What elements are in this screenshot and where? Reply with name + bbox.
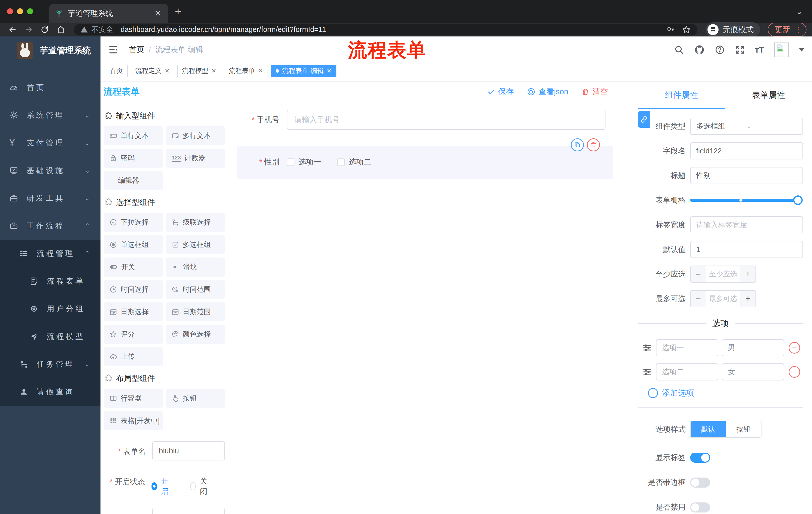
component-counter[interactable]: 123 计数器 xyxy=(166,148,225,168)
field-name-input[interactable] xyxy=(696,147,797,155)
tag-process-form-edit[interactable]: 流程表单-编辑✕ xyxy=(271,65,337,77)
component-checkbox-group[interactable]: 多选框组 xyxy=(166,235,225,254)
min-select-stepper[interactable]: − 至少应选 + xyxy=(690,266,756,283)
not-secure-label[interactable]: 不安全 xyxy=(91,25,113,35)
help-icon[interactable] xyxy=(715,45,725,55)
browser-tab[interactable]: 芋道管理系统 ✕ xyxy=(49,4,168,23)
component-single-text[interactable]: 单行文本 xyxy=(104,126,163,145)
option2-value-input[interactable] xyxy=(722,363,784,380)
style-button-button[interactable]: 按钮 xyxy=(726,421,761,437)
component-color[interactable]: 颜色选择 xyxy=(166,325,225,344)
component-switch[interactable]: 开关 xyxy=(104,258,163,277)
bookmark-star-icon[interactable] xyxy=(682,25,691,34)
save-button[interactable]: 保存 xyxy=(487,86,514,97)
component-select[interactable]: 下拉选择 xyxy=(104,213,163,232)
label-width-inputwrap[interactable] xyxy=(690,216,803,233)
minus-button[interactable]: − xyxy=(691,266,706,282)
tab-form-props[interactable]: 表单属性 xyxy=(725,81,812,109)
status-on-label[interactable]: 开启 xyxy=(161,476,171,497)
plus-button[interactable]: + xyxy=(740,266,755,282)
slider-handle[interactable] xyxy=(793,195,803,205)
font-size-icon[interactable]: тT xyxy=(755,45,764,55)
forward-icon[interactable] xyxy=(22,25,36,34)
reload-icon[interactable] xyxy=(38,25,52,34)
default-value-inputwrap[interactable] xyxy=(690,241,803,258)
disabled-toggle[interactable] xyxy=(690,503,710,513)
gender-option-2[interactable]: 选项二 xyxy=(337,157,371,167)
tag-process-form[interactable]: 流程表单✕ xyxy=(224,65,268,77)
field-name-inputwrap[interactable] xyxy=(690,142,803,159)
max-select-stepper[interactable]: − 最多可选 + xyxy=(690,290,756,307)
component-radio-group[interactable]: 单选框组 xyxy=(104,235,163,254)
status-off-label[interactable]: 关闭 xyxy=(200,476,210,497)
component-date-range[interactable]: 日期范围 xyxy=(166,302,225,321)
component-button[interactable]: 按钮 xyxy=(166,389,225,408)
component-editor[interactable]: 编辑器 xyxy=(104,171,163,190)
sidebar-item-workflow[interactable]: 工作流程 ⌃ xyxy=(0,212,100,240)
sidebar-item-home[interactable]: 首页 xyxy=(0,74,100,101)
min-select-placeholder[interactable]: 至少应选 xyxy=(706,266,740,282)
max-select-placeholder[interactable]: 最多可选 xyxy=(706,291,740,307)
label-width-input[interactable] xyxy=(696,221,797,229)
component-multi-text[interactable]: 多行文本 xyxy=(166,126,225,145)
canvas-field-gender-selected[interactable]: 性别 选项一 选项二 xyxy=(237,146,613,179)
remark-textarea[interactable]: 嘿嘿 xyxy=(152,508,225,514)
component-time[interactable]: 时间选择 xyxy=(104,280,163,299)
gender-option-1[interactable]: 选项一 xyxy=(287,157,321,167)
tab-search-chevron-icon[interactable]: ⌄ xyxy=(796,6,803,16)
component-rate[interactable]: 评分 xyxy=(104,325,163,344)
tag-close-icon[interactable]: ✕ xyxy=(211,67,216,75)
sidebar-item-task-mgmt[interactable]: 任务管理 ⌄ xyxy=(0,350,100,378)
tag-close-icon[interactable]: ✕ xyxy=(327,67,331,75)
option2-label-input[interactable] xyxy=(656,363,718,380)
title-input[interactable] xyxy=(696,171,797,180)
component-table[interactable]: 表格[开发中] xyxy=(104,411,163,430)
minus-button[interactable]: − xyxy=(691,291,706,307)
checkbox-unchecked[interactable] xyxy=(337,158,345,166)
sidebar-item-system[interactable]: 系统管理 ⌄ xyxy=(0,101,100,129)
new-tab-button[interactable]: + xyxy=(175,5,181,18)
remove-option-button[interactable]: − xyxy=(789,342,800,354)
github-icon[interactable] xyxy=(694,45,705,55)
component-slider[interactable]: 滑块 xyxy=(166,258,225,277)
tag-process-model[interactable]: 流程模型✕ xyxy=(177,65,221,77)
form-grid-slider[interactable] xyxy=(690,199,798,202)
phone-input-field[interactable] xyxy=(294,115,598,124)
form-name-input[interactable] xyxy=(152,441,225,460)
sidebar-logo[interactable]: 芋道管理系统 xyxy=(0,36,100,64)
home-icon[interactable] xyxy=(54,25,68,34)
plus-button[interactable]: + xyxy=(740,291,755,307)
component-password[interactable]: 密码 xyxy=(104,148,163,168)
sidebar-item-devtools[interactable]: 研发工具 ⌄ xyxy=(0,184,100,212)
option1-label-input[interactable] xyxy=(656,339,718,356)
drag-handle-icon[interactable] xyxy=(642,367,652,377)
component-cascader[interactable]: 级联选择 xyxy=(166,213,225,232)
update-label[interactable]: 更新 xyxy=(775,24,790,35)
clear-button[interactable]: 清空 xyxy=(581,86,608,97)
fullscreen-icon[interactable] xyxy=(735,45,745,55)
option1-value-input[interactable] xyxy=(722,339,784,356)
component-time-range[interactable]: 时间范围 xyxy=(166,280,225,299)
browser-update-button[interactable]: 更新 ⋮ xyxy=(768,23,807,37)
minimize-window-button[interactable] xyxy=(17,8,23,14)
window-controls[interactable] xyxy=(0,8,40,14)
delete-field-button[interactable] xyxy=(587,138,600,152)
browser-menu-dots-icon[interactable]: ⋮ xyxy=(794,25,802,34)
sidebar-item-process-form[interactable]: 流程表单 xyxy=(0,267,100,295)
password-key-icon[interactable] xyxy=(666,25,675,34)
status-off-radio[interactable] xyxy=(190,482,196,490)
avatar-broken-image[interactable] xyxy=(774,43,789,57)
sidebar-item-user-group[interactable]: 用户分组 xyxy=(0,295,100,323)
tag-close-icon[interactable]: ✕ xyxy=(258,67,263,75)
checkbox-unchecked[interactable] xyxy=(287,158,294,166)
border-toggle[interactable] xyxy=(690,478,710,488)
tag-process-definition[interactable]: 流程定义✕ xyxy=(130,65,174,77)
component-row-container[interactable]: 行容器 xyxy=(104,389,163,408)
avatar-caret-icon[interactable] xyxy=(799,48,805,52)
sidebar-item-leave-query[interactable]: 请假查询 xyxy=(0,378,100,406)
view-json-button[interactable]: 查看json xyxy=(527,86,568,97)
close-window-button[interactable] xyxy=(7,8,13,14)
show-label-toggle[interactable] xyxy=(690,453,710,463)
sidebar-collapse-icon[interactable] xyxy=(108,45,119,55)
status-on-radio[interactable] xyxy=(151,482,157,490)
